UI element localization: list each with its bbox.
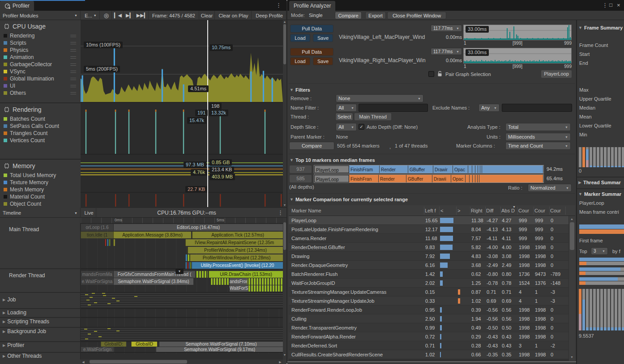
timeline-bar[interactable]: IView.RepaintAll.RepaintScene (12.35m xyxy=(185,239,283,246)
column-header-6[interactable]: Abs D xyxy=(501,208,515,213)
remove-dropdown[interactable]: None▼ xyxy=(336,94,423,102)
marker-summary-header[interactable]: ▼Marker Summar xyxy=(578,191,624,197)
column-separator[interactable] xyxy=(517,207,518,215)
thread-label-background-job[interactable]: ▶Background Job xyxy=(3,328,46,335)
top10-segment[interactable]: Opac xyxy=(451,175,466,182)
top10-segment[interactable] xyxy=(472,165,475,173)
timeline-bar[interactable]: mandsFromMa xyxy=(81,271,113,278)
table-row[interactable]: Render.TransparentGeometry0.990.49-0.500… xyxy=(289,323,568,332)
drag-handle-icon[interactable]: ──── xyxy=(70,41,76,45)
top10-segment[interactable]: Render xyxy=(379,175,406,182)
profiler-charts[interactable]: 10ms (100FPS)5ms (200FPS)10.75ms4.51ms19… xyxy=(81,20,286,208)
frame-summary-header[interactable]: ▼Frame Summary xyxy=(578,25,624,31)
tab-profile-analyzer[interactable]: Profile Analyzer xyxy=(289,1,335,11)
thread-label-job[interactable]: ▶Job xyxy=(3,296,16,303)
table-row[interactable]: TextureStreamingManager.UpdateJob0.331.0… xyxy=(289,296,568,305)
timeline-bar[interactable] xyxy=(196,271,208,278)
foldout-icon[interactable]: ▶ xyxy=(3,354,5,358)
top10-frame-chip-0[interactable]: 937 xyxy=(290,165,312,173)
legend-item-rendering[interactable]: Rendering──── xyxy=(4,32,79,39)
table-row[interactable]: RenderForward.RenderLoopJob0.950.39-0.56… xyxy=(289,305,568,314)
top10-segment[interactable]: GBuffer xyxy=(408,165,433,173)
timeline-bar[interactable]: GlobalID xyxy=(131,342,157,347)
column-header-1[interactable]: Left f xyxy=(425,208,436,213)
timeline[interactable]: 0ms5msMain ThreadRender Thread▶Job▶Loadi… xyxy=(0,218,286,364)
table-row[interactable]: RenderDeferred.GBuffer9.835.82-4.004.001… xyxy=(289,243,568,252)
timeline-bar[interactable]: GlobalID: xyxy=(101,342,126,347)
top10-bar-1[interactable]: PlayerLoopFinishFranRenderGBufferDrawiiO… xyxy=(314,174,544,183)
collapse-group-icon[interactable]: ▼ xyxy=(175,269,184,274)
column-header-3[interactable]: > xyxy=(457,208,460,213)
drag-handle-icon[interactable]: ──── xyxy=(70,91,76,95)
foldout-icon[interactable]: ▶ xyxy=(3,320,5,324)
legend-item-vertices-count[interactable]: Vertices Count xyxy=(4,137,79,144)
legend-item-setpass-calls-count[interactable]: SetPass Calls Count xyxy=(4,123,79,130)
thread-label-loading[interactable]: ▶Loading xyxy=(3,309,26,316)
table-row[interactable]: TextureStreamingManager.UpdateCameras0.1… xyxy=(289,288,568,296)
legend-item-vsync[interactable]: VSync──── xyxy=(4,68,79,75)
drag-handle-icon[interactable]: ──── xyxy=(70,55,76,59)
pull-data-button-1[interactable]: Pull Data xyxy=(290,48,333,56)
filters-header[interactable]: ▼Filters xyxy=(290,87,310,93)
timeline-bar[interactable]: Semaphore.WaitForSignal (7.10ms) xyxy=(159,342,283,347)
top10-segment[interactable]: Drawir xyxy=(433,165,453,173)
close-icon[interactable]: × xyxy=(617,2,620,8)
top10-segment[interactable]: GBuffer xyxy=(406,175,432,182)
frame-graph-1[interactable]: 33.00ms xyxy=(463,48,572,63)
timeline-bar[interactable]: orLoop (1.6 xyxy=(81,224,113,231)
scroll-up-icon[interactable]: ▲ xyxy=(283,20,286,24)
timeline-bar[interactable]: Application.Tick (12.57ms) xyxy=(192,232,283,238)
table-row[interactable]: PostLateUpdate.FinishFrameRendering12.17… xyxy=(289,225,568,234)
timeline-ruler[interactable]: 0ms5ms xyxy=(81,218,283,224)
timeline-bar[interactable] xyxy=(105,239,106,246)
column-header-7[interactable]: Cour xyxy=(518,208,529,213)
column-separator[interactable] xyxy=(424,207,424,215)
drag-handle-icon[interactable]: ──── xyxy=(70,48,76,52)
timeline-bar[interactable] xyxy=(113,239,115,246)
clear-button[interactable]: Clear xyxy=(199,11,215,20)
table-row[interactable]: RenderDeferred.Sort0.710.28-0.430.4331-2 xyxy=(289,341,568,350)
top10-segment[interactable]: Render xyxy=(380,165,408,173)
top10-frame-chip-1[interactable]: 585 xyxy=(290,175,312,182)
load-button-1[interactable]: Load xyxy=(290,57,310,65)
timeline-bar[interactable] xyxy=(188,254,189,261)
legend-item-ui[interactable]: UI──── xyxy=(4,82,79,89)
timeline-bar[interactable]: Utility.ProcessEvent() [Invoke] (12.20 xyxy=(192,262,283,269)
top10-segment[interactable]: FinishFram xyxy=(349,165,380,173)
column-separator[interactable] xyxy=(534,207,534,215)
table-row[interactable]: CullResults.CreateSharedRendererScene1.0… xyxy=(289,350,568,359)
close-profiler-window-button[interactable]: Close Profiler Window xyxy=(387,12,446,19)
next-frame-button[interactable]: ▶▎ xyxy=(124,11,135,20)
window-resize-edge[interactable] xyxy=(287,361,576,362)
timeline-bar[interactable] xyxy=(107,239,108,246)
legend-item-triangles-count[interactable]: Triangles Count xyxy=(4,130,79,137)
scroll-up-icon[interactable]: ▲ xyxy=(570,217,573,221)
units-dropdown[interactable]: Milliseconds▼ xyxy=(505,133,571,141)
column-header-5[interactable]: Diff xyxy=(486,208,493,213)
top10-segment[interactable]: PlayerLoop xyxy=(314,165,349,173)
thread-select-button[interactable]: Select xyxy=(335,113,353,121)
scroll-down-icon[interactable]: ▼ xyxy=(570,356,573,359)
table-row[interactable]: Camera.Render11.687.57-4.114.119999990 xyxy=(289,234,568,243)
timeline-track[interactable]: orLoop (1.6EditorLoop (16.47ms)tion.Idle… xyxy=(81,224,283,354)
top10-header[interactable]: ▼Top 10 markers on median frames xyxy=(290,157,375,163)
pair-graph-checkbox[interactable] xyxy=(428,71,434,77)
legend-item-animation[interactable]: Animation──── xyxy=(4,54,79,61)
thread-label-scripting-threads[interactable]: ▶Scripting Threads xyxy=(3,318,49,325)
table-scrollbar[interactable]: ▲▼ xyxy=(569,216,575,361)
tab-profiler[interactable]: Profiler xyxy=(0,1,34,11)
top10-segment[interactable]: Drawii xyxy=(432,175,451,182)
column-separator[interactable] xyxy=(500,207,501,215)
last-frame-button[interactable]: ▶▶▎ xyxy=(136,11,149,20)
foldout-icon[interactable]: ▶ xyxy=(3,311,5,315)
depth-slice-dropdown[interactable]: All▼ xyxy=(336,123,357,131)
table-row[interactable]: RenderForwardAlpha.Render0.720.29-0.430.… xyxy=(289,332,568,341)
top10-segment[interactable]: PlayerLoop xyxy=(314,175,349,182)
timeline-bar[interactable] xyxy=(185,254,187,261)
column-header-4[interactable]: Right xyxy=(471,208,483,213)
legend-item-mesh-memory[interactable]: Mesh Memory xyxy=(4,186,79,193)
ratio-dropdown[interactable]: Normalized▼ xyxy=(528,184,572,192)
column-separator[interactable] xyxy=(456,207,457,215)
column-separator[interactable] xyxy=(485,207,486,215)
live-button[interactable]: Live xyxy=(82,208,96,218)
